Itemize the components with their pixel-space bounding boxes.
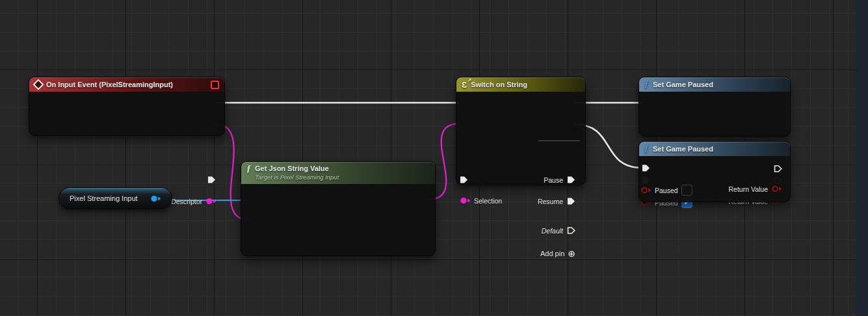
pin-label: Pause bbox=[544, 176, 563, 184]
pin-label: Resume bbox=[538, 198, 563, 205]
resume-exec-out-pin[interactable] bbox=[566, 196, 576, 206]
node-switch-on-string[interactable]: Ɛ↗ Switch on String Selection Pause Resu… bbox=[456, 77, 586, 185]
exec-in-row bbox=[459, 175, 469, 185]
pause-out-row: Pause bbox=[544, 175, 576, 185]
function-icon: ƒ bbox=[644, 80, 649, 89]
node-title: Get Json String Value bbox=[255, 165, 339, 174]
pin-label: Descriptor bbox=[171, 198, 202, 205]
exec-in-pin[interactable] bbox=[459, 175, 469, 185]
return-value-out-row: Return Value bbox=[728, 185, 782, 193]
pin-label: Paused bbox=[655, 187, 678, 194]
paused-in-row: Paused ✓ bbox=[640, 185, 692, 196]
node-on-input-event[interactable]: On Input Event (PixelStreamingInput) Des… bbox=[29, 77, 225, 136]
exec-in-pin[interactable] bbox=[641, 163, 651, 173]
node-header[interactable]: On Input Event (PixelStreamingInput) bbox=[29, 77, 224, 92]
blueprint-graph-canvas[interactable]: On Input Event (PixelStreamingInput) Des… bbox=[0, 0, 868, 316]
node-set-game-paused-bottom[interactable]: ƒ Set Game Paused Paused ✓ Return Value bbox=[638, 141, 791, 202]
selection-in-pin[interactable] bbox=[460, 196, 471, 205]
pin-group-divider bbox=[538, 140, 580, 141]
descriptor-out-row: Descriptor bbox=[171, 197, 217, 205]
node-title: Set Game Paused bbox=[653, 145, 713, 153]
default-exec-out-pin[interactable] bbox=[566, 226, 576, 235]
node-header[interactable]: ƒ Set Game Paused bbox=[639, 77, 790, 92]
add-pin-label: Add pin bbox=[540, 250, 564, 257]
paused-checkbox[interactable]: ✓ bbox=[681, 185, 692, 196]
node-pixel-streaming-input-variable[interactable]: Pixel Streaming Input bbox=[59, 187, 172, 209]
node-get-json-string-value[interactable]: ƒ Get Json String Value Target is Pixel … bbox=[241, 161, 436, 256]
return-value-out-pin[interactable] bbox=[771, 185, 782, 193]
function-icon: ƒ bbox=[246, 165, 251, 174]
node-title: Switch on String bbox=[471, 81, 527, 88]
add-pin-icon[interactable]: ⊕ bbox=[568, 249, 575, 258]
exec-out-pin[interactable] bbox=[773, 164, 783, 174]
default-out-row: Default bbox=[542, 226, 576, 235]
node-subtitle: Target is Pixel Streaming Input bbox=[255, 174, 339, 181]
exec-out-pin[interactable] bbox=[207, 175, 217, 185]
function-icon: ƒ bbox=[644, 144, 649, 153]
pin-label: Return Value bbox=[728, 185, 768, 193]
input-event-indicator-icon bbox=[211, 81, 219, 89]
node-header[interactable]: ƒ Set Game Paused bbox=[639, 142, 790, 156]
node-set-game-paused-top[interactable]: ƒ Set Game Paused Paused ✓ Return Value bbox=[638, 77, 791, 137]
exec-in-row bbox=[641, 163, 651, 173]
descriptor-out-pin[interactable] bbox=[205, 197, 217, 205]
node-header[interactable]: Ɛ↗ Switch on String bbox=[456, 77, 585, 92]
variable-out-pin[interactable] bbox=[150, 194, 161, 203]
selection-in-row: Selection bbox=[460, 196, 502, 205]
event-icon bbox=[33, 79, 44, 90]
resume-out-row: Resume bbox=[538, 196, 576, 206]
variable-label: Pixel Streaming Input bbox=[70, 194, 138, 202]
paused-in-pin[interactable] bbox=[640, 186, 651, 194]
node-title: On Input Event (PixelStreamingInput) bbox=[46, 81, 173, 88]
switch-icon: Ɛ↗ bbox=[462, 81, 467, 89]
pin-label: Default bbox=[542, 227, 563, 235]
pause-exec-out-pin[interactable] bbox=[566, 175, 576, 185]
exec-out-row bbox=[773, 164, 783, 174]
node-title: Set Game Paused bbox=[653, 81, 713, 88]
pin-label: Selection bbox=[474, 197, 502, 205]
add-pin-row[interactable]: Add pin ⊕ bbox=[540, 249, 575, 258]
node-header[interactable]: ƒ Get Json String Value Target is Pixel … bbox=[241, 162, 435, 184]
exec-out-row bbox=[207, 175, 217, 185]
